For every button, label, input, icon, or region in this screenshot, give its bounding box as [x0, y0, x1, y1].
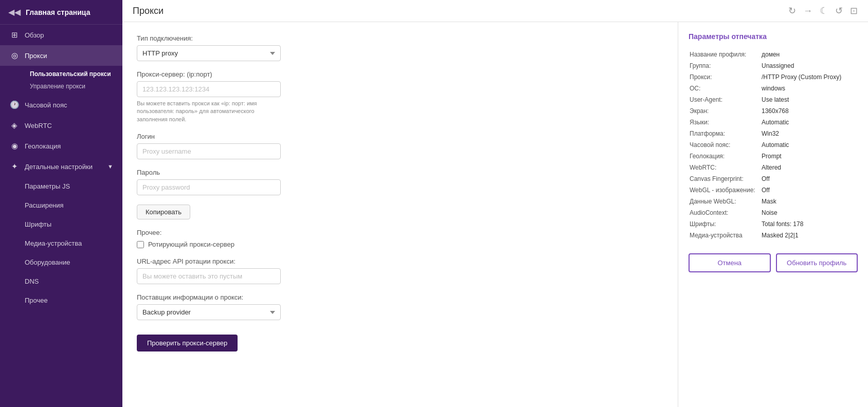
sidebar-item-fonts[interactable]: Шрифты	[0, 215, 122, 234]
api-url-input[interactable]	[137, 268, 281, 284]
connection-type-label: Тип подключения:	[137, 34, 663, 42]
sidebar-item-extensions-label: Расширения	[25, 201, 64, 209]
os-row: ОС: windows	[689, 83, 858, 94]
os-value: windows	[761, 83, 858, 94]
sidebar-item-proxy[interactable]: ◎ Прокси	[0, 45, 122, 66]
sidebar-item-timezone[interactable]: 🕐 Часовой пояс	[0, 95, 122, 115]
sidebar-item-other[interactable]: Прочее	[0, 291, 122, 310]
timezone-icon: 🕐	[9, 100, 20, 109]
profile-name-row: Название профиля: домен	[689, 49, 858, 60]
geolocation-key: Геолокация:	[689, 151, 761, 162]
rotating-proxy-checkbox[interactable]	[137, 241, 144, 248]
geolocation-value: Prompt	[761, 151, 858, 162]
geolocation-row: Геолокация: Prompt	[689, 151, 858, 162]
sidebar-item-fonts-label: Шрифты	[25, 220, 51, 228]
proxy-key: Прокси:	[689, 71, 761, 83]
sidebar-sub-manage-proxy[interactable]: Управление прокси	[25, 80, 122, 92]
overview-icon: ⊞	[9, 30, 20, 40]
login-input[interactable]	[137, 143, 281, 159]
copy-button[interactable]: Копировать	[137, 205, 190, 219]
profile-name-value: домен	[761, 49, 858, 60]
sidebar-item-overview-label: Обзор	[25, 31, 44, 39]
provider-select[interactable]: Backup provider Option 2	[137, 304, 281, 320]
group-row: Группа: Unassigned	[689, 60, 858, 71]
sidebar-item-overview[interactable]: ⊞ Обзор	[0, 25, 122, 45]
sidebar-item-equipment[interactable]: Оборудование	[0, 253, 122, 272]
proxy-server-label: Прокси-сервер: (ip:порт)	[137, 70, 663, 78]
right-panel-actions: Отмена Обновить профиль	[689, 253, 858, 272]
update-profile-button[interactable]: Обновить профиль	[776, 253, 858, 272]
sidebar-item-webrtc[interactable]: ◈ WebRTC	[0, 115, 122, 136]
sidebar-sub-custom-proxy[interactable]: Пользовательский прокси	[25, 68, 122, 80]
page-title: Прокси	[133, 6, 164, 16]
sidebar-item-geolocation-label: Геолокация	[25, 142, 61, 150]
user-agent-row: User-Agent: Use latest	[689, 94, 858, 105]
media-value: Masked 2|2|1	[761, 230, 858, 241]
sidebar-item-extensions[interactable]: Расширения	[0, 196, 122, 215]
other-group: Прочее: Ротирующий прокси-сервер	[137, 229, 663, 248]
sidebar: ◀◀ Главная страница ⊞ Обзор ◎ Прокси Пол…	[0, 0, 122, 407]
webgl-data-key: Данные WebGL:	[689, 196, 761, 207]
connection-type-group: Тип подключения: HTTP proxy SOCKS5 SOCKS…	[137, 34, 663, 61]
content-area: Тип подключения: HTTP proxy SOCKS5 SOCKS…	[122, 22, 868, 407]
proxy-icon: ◎	[9, 51, 20, 60]
sidebar-item-media-label: Медиа-устройства	[25, 239, 82, 247]
sidebar-item-geolocation[interactable]: ◉ Геолокация	[0, 136, 122, 156]
sidebar-header[interactable]: ◀◀ Главная страница	[0, 0, 122, 25]
sidebar-item-dns[interactable]: DNS	[0, 272, 122, 291]
proxy-server-hint: Вы можете вставить прокси как «ip: порт:…	[137, 100, 281, 123]
user-agent-value: Use latest	[761, 94, 858, 105]
user-agent-key: User-Agent:	[689, 94, 761, 105]
window-icon[interactable]: ⊡	[850, 5, 858, 16]
password-group: Пароль	[137, 169, 663, 195]
api-url-label: URL-адрес API ротации прокси:	[137, 257, 663, 265]
group-key: Группа:	[689, 60, 761, 71]
audio-context-value: Noise	[761, 207, 858, 218]
media-key: Медиа-устройства	[689, 230, 761, 241]
other-label: Прочее:	[137, 229, 663, 236]
webrtc-value: Altered	[761, 162, 858, 173]
webgl-data-value: Mask	[761, 196, 858, 207]
copy-group: Копировать	[137, 205, 663, 219]
timezone-key: Часовой пояс:	[689, 139, 761, 151]
os-key: ОС:	[689, 83, 761, 94]
audio-context-key: AudioContext:	[689, 207, 761, 218]
webrtc-key: WebRTC:	[689, 162, 761, 173]
proxy-server-input[interactable]	[137, 81, 281, 97]
proxy-row: Прокси: /HTTP Proxy (Custom Proxy)	[689, 71, 858, 83]
forward-icon[interactable]: →	[803, 6, 812, 16]
timezone-row: Часовой пояс: Automatic	[689, 139, 858, 151]
canvas-fp-value: Off	[761, 173, 858, 184]
chevron-down-icon: ▼	[107, 163, 113, 170]
screen-row: Экран: 1360x768	[689, 105, 858, 117]
rotating-proxy-label[interactable]: Ротирующий прокси-сервер	[148, 240, 234, 248]
platform-row: Платформа: Win32	[689, 128, 858, 139]
group-value: Unassigned	[761, 60, 858, 71]
login-label: Логин	[137, 133, 663, 140]
webgl-data-row: Данные WebGL: Mask	[689, 196, 858, 207]
sidebar-item-other-label: Прочее	[25, 297, 48, 304]
sidebar-item-advanced[interactable]: ✦ Детальные настройки ▼	[0, 156, 122, 177]
sidebar-item-webrtc-label: WebRTC	[25, 122, 52, 130]
sidebar-item-js-params-label: Параметры JS	[25, 182, 70, 190]
provider-label: Поставщик информации о прокси:	[137, 293, 663, 301]
webgl-image-value: Off	[761, 184, 858, 196]
advanced-icon: ✦	[9, 162, 20, 171]
connection-type-select[interactable]: HTTP proxy SOCKS5 SOCKS4 SSH	[137, 45, 281, 61]
refresh-icon[interactable]: ↻	[788, 5, 796, 16]
cancel-button[interactable]: Отмена	[689, 253, 771, 272]
webrtc-icon: ◈	[9, 121, 20, 130]
sidebar-item-media[interactable]: Медиа-устройства	[0, 234, 122, 253]
canvas-fp-key: Canvas Fingerprint:	[689, 173, 761, 184]
password-input[interactable]	[137, 179, 281, 195]
fonts-key: Шрифты:	[689, 218, 761, 230]
sidebar-item-proxy-label: Прокси	[25, 52, 47, 60]
canvas-fp-row: Canvas Fingerprint: Off	[689, 173, 858, 184]
check-proxy-button[interactable]: Проверить прокси-сервер	[137, 335, 238, 351]
reload-icon[interactable]: ↺	[835, 5, 843, 16]
right-panel: Параметры отпечатка Название профиля: до…	[678, 22, 868, 407]
screen-value: 1360x768	[761, 105, 858, 117]
moon-icon[interactable]: ☾	[820, 5, 828, 16]
sidebar-item-js-params[interactable]: Параметры JS	[0, 177, 122, 196]
timezone-value: Automatic	[761, 139, 858, 151]
